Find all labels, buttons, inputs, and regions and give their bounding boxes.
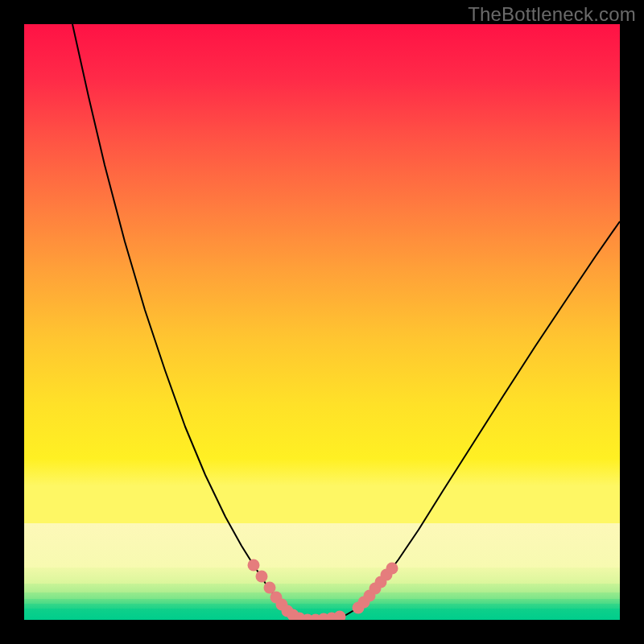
green-band: [24, 584, 620, 592]
green-band: [24, 604, 620, 609]
green-band: [24, 599, 620, 604]
chart-frame: TheBottleneck.com: [0, 0, 644, 644]
plot-area: [24, 24, 620, 620]
green-band: [24, 523, 620, 568]
chart-svg: [24, 24, 620, 620]
green-band: [24, 592, 620, 599]
green-band: [24, 568, 620, 584]
marker-dot: [256, 571, 268, 583]
marker-dot: [248, 559, 260, 572]
gradient-background: [24, 24, 620, 568]
watermark-text: TheBottleneck.com: [468, 3, 636, 26]
marker-dot: [386, 563, 398, 575]
